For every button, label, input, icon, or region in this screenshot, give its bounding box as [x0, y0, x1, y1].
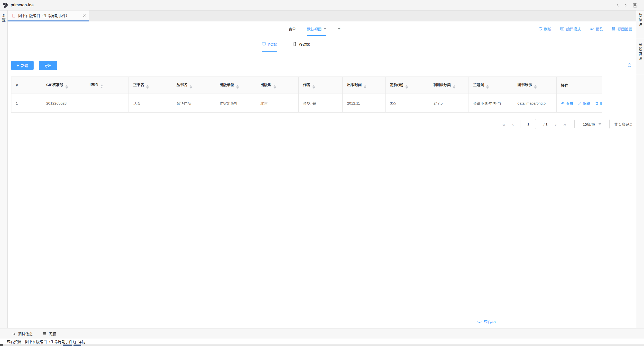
- device-tabs: PC端 移动端: [8, 36, 636, 52]
- status-message: 查看资源「图书在版编目（生命周期事件）」详情: [7, 339, 86, 344]
- eye-icon: [561, 101, 565, 105]
- debug-info-button[interactable]: 调试信息: [12, 331, 32, 336]
- cell-author: 余华, 著: [299, 94, 343, 113]
- view-settings-button[interactable]: 视图设置: [612, 26, 632, 32]
- sort-icon[interactable]: [534, 85, 537, 89]
- sort-icon[interactable]: [406, 85, 408, 89]
- view-toolbar: 表单 默认视图 + 刷新: [8, 22, 636, 36]
- left-activity-bar: 资源: [0, 11, 8, 328]
- sort-icon[interactable]: [312, 85, 315, 89]
- col-author[interactable]: 作者: [299, 77, 343, 94]
- form-resource-icon: [12, 14, 16, 18]
- sidebar-item-datasource[interactable]: 数据源: [638, 13, 643, 39]
- cell-publisher: 作家出版社: [215, 94, 256, 113]
- sidebar-item-resources[interactable]: 资源: [1, 14, 6, 23]
- col-place[interactable]: 出版地: [256, 77, 299, 94]
- eye-icon: [590, 27, 594, 31]
- code-mode-icon: [560, 27, 564, 31]
- col-actions: 操作: [556, 77, 602, 94]
- eye-icon: [477, 319, 482, 324]
- cell-title: 活着: [129, 94, 172, 113]
- cell-index: 1: [12, 94, 42, 113]
- col-index: #: [12, 77, 42, 94]
- page-number-input[interactable]: [520, 119, 536, 129]
- sidebar-item-offline-resources[interactable]: 离线资源: [638, 43, 643, 74]
- sort-icon[interactable]: [236, 85, 239, 89]
- col-series[interactable]: 丛书名: [172, 77, 215, 94]
- screen-edge-artifact: [0, 344, 644, 346]
- col-title[interactable]: 正书名: [129, 77, 172, 94]
- save-icon[interactable]: [632, 3, 638, 8]
- sort-icon[interactable]: [100, 85, 103, 88]
- col-pubdate[interactable]: 出版时间: [343, 77, 386, 94]
- pagination: « ‹ / 1 › » 10条/页 共 1 条记录: [11, 119, 633, 129]
- col-isbn[interactable]: ISBN: [85, 77, 129, 94]
- total-records-label: 共 1 条记录: [614, 122, 633, 127]
- col-price[interactable]: 定价(元): [386, 77, 428, 94]
- sort-icon[interactable]: [190, 85, 192, 89]
- document-tab-strip: 图书在版编目（生命周期事件）: [8, 11, 636, 22]
- bug-icon: [12, 331, 16, 336]
- refresh-button[interactable]: 刷新: [538, 26, 551, 32]
- refresh-icon: [538, 27, 542, 31]
- row-view-link[interactable]: 查看: [561, 101, 573, 106]
- smartphone-icon: [292, 42, 297, 46]
- preview-button[interactable]: 预览: [590, 26, 603, 32]
- bottom-panel-bar: 调试信息 问题: [0, 328, 644, 339]
- code-mode-button[interactable]: 编码模式: [560, 26, 581, 32]
- sort-icon[interactable]: [486, 85, 489, 89]
- col-cover[interactable]: 图书展示: [513, 77, 556, 94]
- col-clc[interactable]: 中图法分类: [428, 77, 469, 94]
- history-forward-icon[interactable]: [624, 4, 627, 7]
- sort-icon[interactable]: [146, 85, 149, 89]
- tab-book-cip[interactable]: 图书在版编目（生命周期事件）: [8, 11, 89, 22]
- title-bar: primeton-ide: [0, 0, 644, 11]
- app-window: primeton-ide 资源: [0, 0, 644, 346]
- tab-title: 图书在版编目（生命周期事件）: [18, 13, 80, 18]
- status-bar: 查看资源「图书在版编目（生命周期事件）」详情: [0, 339, 644, 344]
- add-view-button[interactable]: +: [338, 22, 340, 36]
- first-page-button[interactable]: «: [502, 122, 505, 127]
- export-button[interactable]: 导出: [39, 61, 57, 70]
- app-title: primeton-ide: [11, 3, 34, 8]
- tab-pc[interactable]: PC端: [262, 36, 277, 52]
- cell-cip: 2012265028: [42, 94, 85, 113]
- tab-default-view[interactable]: 默认视图: [307, 22, 326, 36]
- app-logo-icon: [2, 2, 8, 9]
- tab-form[interactable]: 表单: [288, 22, 296, 36]
- table-row: 1 2012265028 活着 余华作品 作家出版社 北京 余华, 著 2012…: [12, 94, 602, 113]
- table-refresh-icon[interactable]: [627, 63, 632, 68]
- cell-cover: data:image/png;b: [513, 94, 556, 113]
- page-size-select[interactable]: 10条/页: [574, 119, 610, 129]
- problems-button[interactable]: 问题: [42, 331, 56, 336]
- pencil-icon: [578, 101, 582, 105]
- sort-icon[interactable]: [453, 85, 456, 89]
- sort-icon[interactable]: [274, 85, 276, 89]
- chevron-down-icon: [598, 123, 602, 125]
- page-count-label: / 1: [544, 122, 548, 126]
- col-subject[interactable]: 主题词: [469, 77, 513, 94]
- plus-icon: +: [16, 63, 19, 68]
- sort-icon[interactable]: [66, 85, 68, 89]
- sort-icon[interactable]: [364, 85, 366, 89]
- cell-series: 余华作品: [172, 94, 215, 113]
- view-api-link[interactable]: 查看Api: [477, 319, 496, 324]
- cell-subject: 长篇小说-中国-当: [469, 94, 513, 113]
- next-page-button[interactable]: ›: [555, 122, 556, 127]
- row-delete-link[interactable]: 删除: [595, 101, 602, 106]
- grid-layout-icon: [612, 27, 616, 31]
- prev-page-button[interactable]: ‹: [512, 122, 513, 127]
- last-page-button[interactable]: »: [564, 122, 566, 127]
- row-edit-link[interactable]: 编辑: [578, 101, 590, 106]
- close-icon[interactable]: [82, 14, 86, 17]
- tab-mobile[interactable]: 移动端: [292, 36, 310, 52]
- trash-icon: [595, 101, 599, 105]
- history-back-icon[interactable]: [616, 4, 620, 7]
- add-record-button[interactable]: + 新增: [11, 61, 34, 70]
- col-cip[interactable]: CIP核准号: [42, 77, 85, 94]
- chevron-down-icon: [324, 28, 326, 30]
- right-activity-bar: 数据源 离线资源: [636, 11, 644, 328]
- col-publisher[interactable]: 出版单位: [215, 77, 256, 94]
- list-icon: [42, 331, 47, 336]
- records-table: # CIP核准号 ISBN 正书名 丛书名 出版单位 出版地 作者 出版时间 定…: [11, 77, 602, 113]
